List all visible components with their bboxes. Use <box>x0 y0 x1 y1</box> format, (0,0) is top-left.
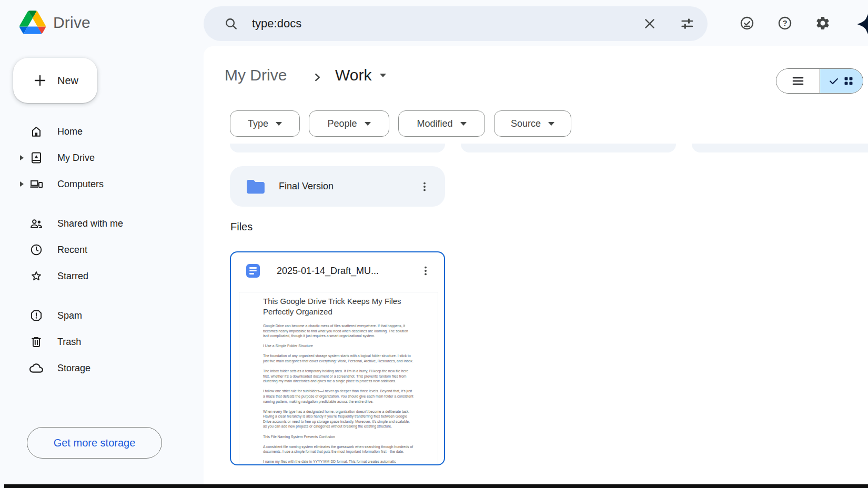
sidebar-item-recent[interactable]: Recent <box>0 237 204 263</box>
file-card-selected[interactable]: 2025-01-14_Draft_MU... This Google Drive… <box>230 251 445 465</box>
cloud-icon <box>29 361 43 375</box>
nav-group-storage: Spam Trash <box>0 302 204 381</box>
chevron-down-icon <box>548 122 554 126</box>
sidebar: New Home <box>0 46 204 488</box>
breadcrumb-my-drive[interactable]: My Drive <box>225 66 287 84</box>
folder-tile-final-version[interactable]: Final Version <box>230 166 445 207</box>
sidebar-item-label: Trash <box>57 337 81 348</box>
folder-tile-partial[interactable] <box>692 144 868 152</box>
sidebar-nav: Home My Drive <box>0 118 204 381</box>
chevron-right-icon <box>310 70 324 84</box>
breadcrumb: My Drive Work <box>204 62 868 92</box>
sidebar-item-starred[interactable]: Starred <box>0 263 204 289</box>
list-view-button[interactable] <box>776 69 820 93</box>
my-drive-icon <box>29 151 43 165</box>
home-icon <box>29 125 43 138</box>
new-button-label: New <box>57 75 78 87</box>
file-card-header: 2025-01-14_Draft_MU... <box>231 252 444 289</box>
document-preview-paragraph: I follow one strict rule for subfolders—… <box>263 389 414 404</box>
chevron-down-icon <box>276 122 282 126</box>
sidebar-item-shared-with-me[interactable]: Shared with me <box>0 210 204 237</box>
chip-label: People <box>327 118 357 129</box>
filter-chip-modified[interactable]: Modified <box>398 110 485 137</box>
search-actions <box>642 16 695 32</box>
help-icon[interactable]: ? <box>777 15 793 31</box>
document-preview-paragraph: I name my files with the date in YYYY-MM… <box>263 459 414 465</box>
sidebar-item-label: Spam <box>57 310 82 321</box>
file-more-options-button[interactable] <box>417 262 435 280</box>
chevron-down-icon <box>460 122 467 126</box>
google-drive-logo-icon <box>19 11 46 34</box>
sidebar-item-trash[interactable]: Trash <box>0 329 204 355</box>
topbar-actions: ? <box>739 0 831 46</box>
window-bottom-edge <box>4 484 868 488</box>
chip-label: Source <box>511 118 541 129</box>
grid-view-button[interactable] <box>820 69 863 93</box>
new-button[interactable]: New <box>13 58 97 103</box>
document-preview-paragraph: When every file type has a designated ho… <box>263 409 414 429</box>
trash-icon <box>29 335 43 349</box>
search-bar[interactable] <box>204 6 708 41</box>
people-icon <box>29 217 43 230</box>
sidebar-item-computers[interactable]: Computers <box>0 171 204 197</box>
main-panel: My Drive Work <box>204 46 868 488</box>
check-icon <box>829 76 839 86</box>
chevron-down-icon <box>380 74 386 77</box>
expand-arrow-icon[interactable] <box>20 155 24 160</box>
folder-name: Final Version <box>279 181 334 192</box>
google-docs-icon <box>246 264 260 278</box>
sidebar-item-label: Shared with me <box>57 218 123 229</box>
search-icon[interactable] <box>224 16 238 31</box>
sidebar-item-spam[interactable]: Spam <box>0 302 204 329</box>
filter-chip-people[interactable]: People <box>309 110 389 137</box>
sidebar-item-label: Computers <box>57 179 104 190</box>
document-preview-paragraph: The Inbox folder acts as a temporary hol… <box>263 369 414 384</box>
document-preview-paragraph: This File Naming System Prevents Confusi… <box>263 434 414 440</box>
document-preview-paragraph: I Use a Simple Folder Structure <box>263 343 414 349</box>
filter-chip-source[interactable]: Source <box>494 110 571 137</box>
breadcrumb-current-label: Work <box>335 66 371 84</box>
gear-icon[interactable] <box>815 15 831 31</box>
document-preview-paragraph: The foundation of any organized storage … <box>263 353 414 363</box>
drive-logo[interactable]: Drive <box>19 11 90 34</box>
files-heading: Files <box>230 221 253 233</box>
computers-icon <box>29 177 43 191</box>
folder-more-options-button[interactable] <box>416 178 433 196</box>
sidebar-item-home[interactable]: Home <box>0 118 204 145</box>
sidebar-item-my-drive[interactable]: My Drive <box>0 145 204 171</box>
offline-ready-icon[interactable] <box>739 15 755 31</box>
document-preview-paragraph: A consistent file naming system eliminat… <box>263 444 414 454</box>
clock-icon <box>29 243 43 257</box>
chevron-down-icon <box>365 122 371 126</box>
folder-icon <box>246 179 266 195</box>
sidebar-item-storage[interactable]: Storage <box>0 355 204 381</box>
document-preview-paragraph: Google Drive can become a chaotic mess o… <box>263 323 414 339</box>
folder-tile-partial[interactable] <box>230 144 445 152</box>
document-preview-title: This Google Drive Trick Keeps My Files P… <box>263 296 414 317</box>
app-title: Drive <box>53 14 90 32</box>
filter-chip-type[interactable]: Type <box>230 110 300 137</box>
sparkle-icon[interactable] <box>855 12 868 36</box>
folder-tile-partial[interactable] <box>461 144 676 152</box>
nav-group-shared: Shared with me Recent Starred <box>0 210 204 289</box>
clear-search-button[interactable] <box>642 16 657 31</box>
nav-group-drive: Home My Drive <box>0 118 204 197</box>
svg-text:?: ? <box>782 18 787 27</box>
expand-arrow-icon[interactable] <box>20 181 24 187</box>
breadcrumb-work[interactable]: Work <box>335 66 386 84</box>
star-icon <box>29 269 43 283</box>
get-more-storage-button[interactable]: Get more storage <box>27 427 162 459</box>
sidebar-item-label: Starred <box>57 271 88 282</box>
chip-label: Modified <box>417 118 452 129</box>
sidebar-item-label: Home <box>57 126 83 137</box>
topbar: Drive <box>0 0 868 46</box>
sidebar-item-label: Storage <box>57 363 90 374</box>
view-toggle <box>776 68 863 94</box>
sidebar-item-label: My Drive <box>57 152 95 164</box>
filter-chips: Type People Modified Source <box>230 110 571 137</box>
document-preview-body: Google Drive can become a chaotic mess o… <box>263 323 414 465</box>
sidebar-item-label: Recent <box>57 245 87 256</box>
search-input[interactable] <box>252 17 547 30</box>
plus-icon <box>32 73 48 88</box>
search-options-icon[interactable] <box>679 16 695 32</box>
